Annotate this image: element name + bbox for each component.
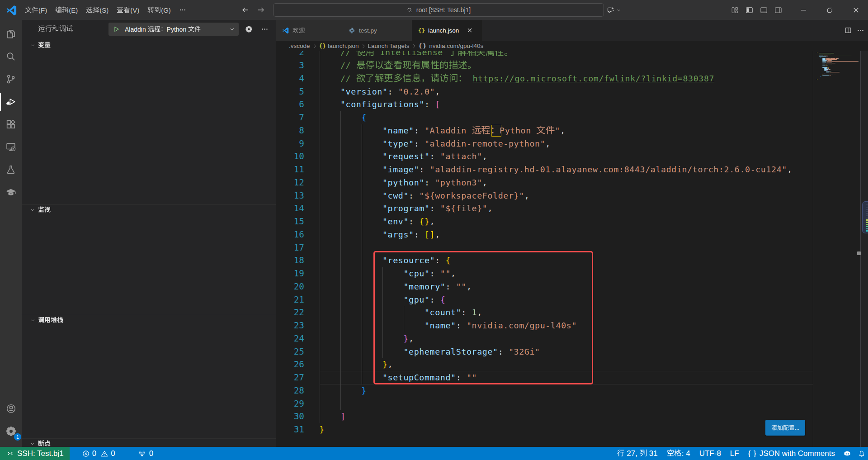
line-number-5[interactable]: 5 <box>276 85 304 99</box>
eol-setting[interactable]: LF <box>726 447 744 460</box>
line-number-14[interactable]: 14 <box>276 202 304 215</box>
code-line-16[interactable]: "args": [], <box>320 228 793 242</box>
forwarded-ports-indicator[interactable]: 0 <box>133 447 158 460</box>
go-back-icon[interactable] <box>241 6 250 14</box>
activity-bar-accounts[interactable] <box>0 397 22 420</box>
menu-F[interactable]: (F) <box>21 3 51 17</box>
cursor-position[interactable]: 27, 31 <box>613 447 662 460</box>
menu-S[interactable]: (S) <box>82 3 113 17</box>
activity-bar-extensions[interactable] <box>0 113 22 136</box>
code-line-5[interactable]: "version": "0.2.0", <box>320 85 793 99</box>
line-number-15[interactable]: 15 <box>276 215 304 228</box>
notifications-bell-icon[interactable] <box>855 447 867 460</box>
split-editor-icon[interactable] <box>844 26 852 34</box>
scrollbar-track[interactable] <box>861 51 868 447</box>
more-actions-icon[interactable] <box>857 27 864 34</box>
remote-indicator[interactable]: SSH: Test.bj1 <box>0 447 70 460</box>
section-header-watch[interactable] <box>22 204 276 215</box>
language-mode[interactable]: { }JSON with Comments <box>744 447 840 460</box>
menu-overflow[interactable] <box>175 3 190 17</box>
line-number-27[interactable]: 27 <box>276 371 304 384</box>
line-number-7[interactable]: 7 <box>276 111 304 124</box>
breadcrumb-item[interactable]: {}nvidia.com/gpu-l40s <box>419 43 484 49</box>
debug-more-actions-icon[interactable] <box>258 22 271 36</box>
activity-bar-search[interactable] <box>0 45 22 68</box>
add-configuration-button[interactable]: ... <box>765 420 805 436</box>
section-header-variables[interactable] <box>22 40 276 51</box>
line-number-18[interactable]: 18 <box>276 254 304 267</box>
code-line-15[interactable]: "env": {}, <box>320 215 793 228</box>
line-number-12[interactable]: 12 <box>276 176 304 190</box>
line-number-16[interactable]: 16 <box>276 228 304 242</box>
activity-bar-manage[interactable]: 1 <box>0 420 22 442</box>
line-number-20[interactable]: 20 <box>276 280 304 294</box>
activity-bar-testing[interactable] <box>0 158 22 181</box>
line-number-29[interactable]: 29 <box>276 398 304 411</box>
code-line-11[interactable]: "image": "aladdin-registry.hd-01.alayane… <box>320 163 793 176</box>
section-header-breakpoints[interactable] <box>22 438 276 447</box>
copilot-status-icon[interactable] <box>840 447 855 460</box>
line-number-10[interactable]: 10 <box>276 150 304 163</box>
maximize-restore-button[interactable] <box>816 0 843 20</box>
line-number-26[interactable]: 26 <box>276 358 304 371</box>
code-line-29[interactable] <box>320 398 793 411</box>
code-line-4[interactable]: // https://go.microsoft.com/fwlink/?link… <box>320 72 793 85</box>
code-line-30[interactable]: ] <box>320 410 793 423</box>
code-line-13[interactable]: "cwd": "${workspaceFolder}", <box>320 190 793 203</box>
line-number-31[interactable]: 31 <box>276 423 304 436</box>
menu-E[interactable]: (E) <box>51 3 82 17</box>
code-line-7[interactable]: { <box>320 111 793 124</box>
tab-test.py[interactable]: test.py <box>342 20 412 41</box>
line-number-11[interactable]: 11 <box>276 163 304 176</box>
line-number-2[interactable]: 2 <box>276 51 304 59</box>
menu-V[interactable]: (V) <box>113 3 143 17</box>
debug-settings-gear-icon[interactable] <box>241 22 256 36</box>
breadcrumb-item[interactable]: .vscode <box>289 43 310 49</box>
indentation-setting[interactable]: : 4 <box>662 447 695 460</box>
launch-configuration-dropdown[interactable]: Aladdin Python <box>108 23 239 36</box>
code-line-6[interactable]: "configurations": [ <box>320 98 793 111</box>
code-line-2[interactable]: // IntelliSense <box>320 51 793 59</box>
code-line-10[interactable]: "request": "attach", <box>320 150 793 163</box>
go-forward-icon[interactable] <box>257 6 265 14</box>
line-number-22[interactable]: 22 <box>276 306 304 319</box>
command-center-search[interactable]: root [SSH: Test.bj1] <box>273 3 604 17</box>
line-number-24[interactable]: 24 <box>276 332 304 346</box>
line-number-19[interactable]: 19 <box>276 267 304 280</box>
menu-G[interactable]: (G) <box>143 3 175 17</box>
code-line-14[interactable]: "program": "${file}", <box>320 202 793 215</box>
activity-bar-explorer[interactable] <box>0 23 22 45</box>
tab-[interactable] <box>276 20 342 41</box>
copilot-menu[interactable] <box>606 0 621 20</box>
minimap[interactable] <box>817 52 859 84</box>
line-number-8[interactable]: 8 <box>276 124 304 138</box>
code-editor[interactable]: 1234567891011121314151617181920212223242… <box>276 51 868 447</box>
encoding-setting[interactable]: UTF-8 <box>695 447 726 460</box>
customize-layout-icon[interactable] <box>731 6 739 14</box>
line-number-28[interactable]: 28 <box>276 384 304 398</box>
problems-indicator[interactable]: 0 0 <box>77 447 120 460</box>
line-number-6[interactable]: 6 <box>276 98 304 111</box>
code-line-8[interactable]: "name": "Aladdin Python ", <box>320 124 793 138</box>
line-number-25[interactable]: 25 <box>276 346 304 359</box>
code-line-31[interactable]: } <box>320 423 793 436</box>
code-line-28[interactable]: } <box>320 384 793 398</box>
minimize-button[interactable] <box>790 0 816 20</box>
code-line-3[interactable]: // <box>320 59 793 72</box>
section-header-call-stack[interactable] <box>22 315 276 326</box>
line-number-30[interactable]: 30 <box>276 410 304 423</box>
breadcrumb-item[interactable]: Launch Targets <box>368 43 410 49</box>
activity-bar-remote-explorer[interactable] <box>0 136 22 158</box>
debug-start-icon[interactable] <box>113 25 120 33</box>
toggle-panel-icon[interactable] <box>760 6 768 14</box>
line-number-9[interactable]: 9 <box>276 138 304 151</box>
line-number-4[interactable]: 4 <box>276 72 304 85</box>
activity-bar-source-control[interactable] <box>0 68 22 90</box>
toggle-secondary-sidebar-icon[interactable] <box>774 6 783 14</box>
line-number-3[interactable]: 3 <box>276 59 304 72</box>
line-number-13[interactable]: 13 <box>276 190 304 203</box>
tab-launch.json[interactable]: {}launch.json <box>412 20 482 41</box>
tab-close-icon[interactable] <box>465 26 474 35</box>
close-button[interactable] <box>843 0 868 20</box>
line-number-17[interactable]: 17 <box>276 242 304 255</box>
